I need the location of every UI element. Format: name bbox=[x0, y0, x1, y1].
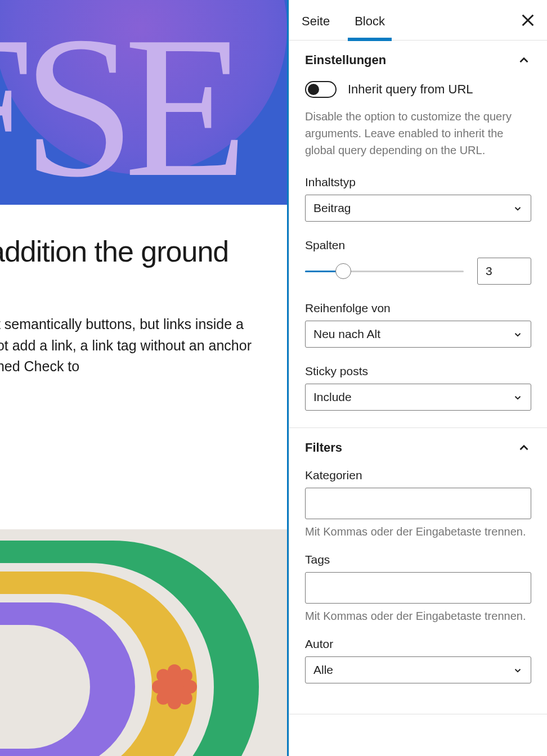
select-inhaltstyp[interactable]: Beitrag bbox=[305, 195, 531, 222]
article-line: not add a link, a link tag without an an… bbox=[0, 338, 252, 353]
sidebar: Seite Block Einstellungen Inherit query … bbox=[289, 0, 547, 756]
label-inhaltstyp: Inhaltstyp bbox=[305, 176, 531, 189]
label-sticky: Sticky posts bbox=[305, 364, 531, 378]
select-reihenfolge[interactable]: Neu nach Alt bbox=[305, 321, 531, 348]
toggle-label: Inherit query from URL bbox=[348, 82, 473, 97]
close-icon[interactable] bbox=[519, 11, 537, 29]
label-kategorien: Kategorien bbox=[305, 469, 531, 482]
hero-text: FSE bbox=[0, 6, 287, 205]
select-value: Beitrag bbox=[313, 201, 351, 215]
select-autor[interactable]: Alle bbox=[305, 656, 531, 683]
article[interactable]: addition the ground ot semantically butt… bbox=[0, 205, 287, 377]
label-tags: Tags bbox=[305, 553, 531, 566]
tab-seite[interactable]: Seite bbox=[289, 0, 342, 40]
toggle-knob bbox=[308, 84, 319, 95]
help-kategorien: Mit Kommas oder der Eingabetaste trennen… bbox=[305, 524, 531, 539]
label-reihenfolge: Reihenfolge von bbox=[305, 302, 531, 315]
tab-block[interactable]: Block bbox=[342, 0, 397, 40]
toggle-help: Disable the option to customize the quer… bbox=[305, 108, 531, 159]
section-title: Filters bbox=[305, 440, 342, 455]
field-spalten: Spalten 3 bbox=[305, 238, 531, 285]
spalten-slider[interactable] bbox=[305, 260, 464, 282]
chevron-down-icon bbox=[513, 203, 523, 213]
field-autor: Autor Alle bbox=[305, 637, 531, 683]
toggle-row: Inherit query from URL bbox=[305, 81, 531, 98]
rainbow-image[interactable] bbox=[0, 529, 287, 756]
field-sticky: Sticky posts Include bbox=[305, 364, 531, 411]
tabs: Seite Block bbox=[289, 0, 547, 40]
flower-icon bbox=[152, 664, 197, 709]
section-title: Einstellungen bbox=[305, 53, 386, 68]
label-spalten: Spalten bbox=[305, 238, 531, 252]
select-value: Include bbox=[313, 390, 352, 404]
chevron-up-icon bbox=[517, 440, 531, 455]
field-inhaltstyp: Inhaltstyp Beitrag bbox=[305, 176, 531, 222]
label-autor: Autor bbox=[305, 637, 531, 651]
chevron-down-icon bbox=[513, 329, 523, 339]
article-line: ot semantically buttons, but links insid… bbox=[0, 316, 244, 332]
article-title[interactable]: addition the ground bbox=[0, 236, 287, 268]
inherit-query-toggle[interactable] bbox=[305, 81, 337, 98]
field-tags: Tags Mit Kommas oder der Eingabetaste tr… bbox=[305, 553, 531, 624]
chevron-down-icon bbox=[513, 665, 523, 675]
section-header-einstellungen[interactable]: Einstellungen bbox=[305, 53, 531, 68]
chevron-down-icon bbox=[513, 392, 523, 402]
editor-canvas[interactable]: FSE addition the ground ot semantically … bbox=[0, 0, 289, 756]
field-kategorien: Kategorien Mit Kommas oder der Eingabeta… bbox=[305, 469, 531, 539]
help-tags: Mit Kommas oder der Eingabetaste trennen… bbox=[305, 608, 531, 624]
select-sticky[interactable]: Include bbox=[305, 384, 531, 411]
article-body[interactable]: ot semantically buttons, but links insid… bbox=[0, 314, 287, 377]
hero-image[interactable]: FSE bbox=[0, 0, 287, 205]
select-value: Neu nach Alt bbox=[313, 327, 380, 341]
section-header-filters[interactable]: Filters bbox=[305, 440, 531, 455]
chevron-up-icon bbox=[517, 53, 531, 68]
input-tags[interactable] bbox=[305, 572, 531, 604]
slider-thumb[interactable] bbox=[335, 263, 351, 279]
spalten-number-input[interactable]: 3 bbox=[477, 258, 531, 285]
section-einstellungen: Einstellungen Inherit query from URL Dis… bbox=[289, 40, 547, 428]
slider-track bbox=[305, 271, 464, 272]
section-filters: Filters Kategorien Mit Kommas oder der E… bbox=[289, 428, 547, 714]
article-line: gned Check to bbox=[0, 358, 79, 374]
input-kategorien[interactable] bbox=[305, 488, 531, 519]
select-value: Alle bbox=[313, 663, 333, 677]
field-reihenfolge: Reihenfolge von Neu nach Alt bbox=[305, 302, 531, 348]
